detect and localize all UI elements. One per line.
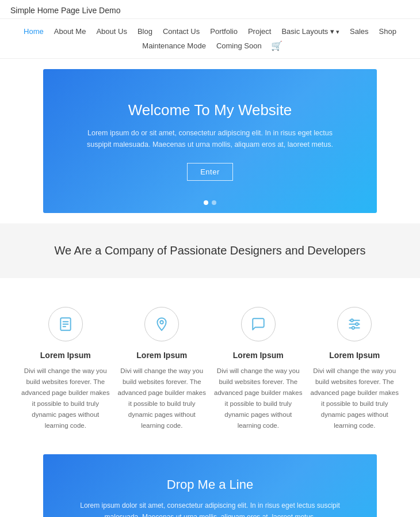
feature-1: Lorem Ipsum Divi will change the way you…	[20, 307, 112, 431]
svg-point-9	[356, 323, 358, 325]
nav-item-about-us[interactable]: About Us	[91, 25, 131, 38]
feature-2-desc: Divi will change the way you build websi…	[116, 366, 208, 431]
feature-3: Lorem Ipsum Divi will change the way you…	[212, 307, 304, 431]
nav-item-maintenance-mode[interactable]: Maintenance Mode	[138, 39, 211, 52]
feature-3-icon	[241, 307, 276, 341]
site-title: Simple Home Page Live Demo	[10, 6, 120, 15]
nav-item-basic-layouts[interactable]: Basic Layouts ▾	[277, 25, 344, 38]
nav-item-portfolio[interactable]: Portfolio	[205, 25, 242, 38]
nav-item-project[interactable]: Project	[243, 25, 276, 38]
feature-4: Lorem Ipsum Divi will change the way you…	[308, 307, 400, 431]
nav-item-home[interactable]: Home	[19, 25, 48, 38]
feature-2-icon	[144, 307, 179, 341]
nav-item-coming-soon[interactable]: Coming Soon	[212, 39, 266, 52]
cta-description: Lorem ipsum dolor sit amet, consectetur …	[78, 500, 342, 517]
cart-icon[interactable]: 🛒	[271, 40, 282, 51]
nav-item-blog[interactable]: Blog	[133, 25, 157, 38]
hero-section: Welcome To My Website Lorem ipsum do or …	[43, 69, 377, 213]
company-heading: We Are a Company of Passionate Designers…	[12, 244, 408, 257]
site-header: Simple Home Page Live Demo	[0, 0, 420, 19]
hero-description: Lorem ipsum do or sit amet, consectetur …	[86, 127, 334, 150]
feature-3-desc: Divi will change the way you build websi…	[212, 366, 304, 431]
nav-item-shop[interactable]: Shop	[375, 25, 401, 38]
feature-1-desc: Divi will change the way you build websi…	[20, 366, 112, 431]
nav-item-contact-us[interactable]: Contact Us	[158, 25, 204, 38]
feature-2-title: Lorem Ipsum	[136, 351, 187, 360]
nav-item-about-me[interactable]: About Me	[49, 25, 91, 38]
company-section: We Are a Company of Passionate Designers…	[0, 223, 420, 278]
hero-dots	[204, 200, 216, 205]
feature-4-desc: Divi will change the way you build websi…	[308, 366, 400, 431]
feature-4-title: Lorem Ipsum	[329, 351, 380, 360]
cta-title: Drop Me a Line	[78, 477, 342, 492]
hero-dot-1[interactable]	[204, 200, 208, 205]
enter-button[interactable]: Enter	[187, 163, 233, 181]
hero-title: Welcome To My Website	[128, 101, 292, 119]
hero-dot-2[interactable]	[212, 200, 216, 205]
feature-3-title: Lorem Ipsum	[233, 351, 284, 360]
svg-point-8	[351, 319, 353, 321]
svg-point-4	[161, 321, 163, 324]
feature-2: Lorem Ipsum Divi will change the way you…	[116, 307, 208, 431]
nav-item-sales[interactable]: Sales	[345, 25, 373, 38]
main-nav: Home About Me About Us Blog Contact Us P…	[0, 19, 420, 59]
feature-4-icon	[337, 307, 372, 341]
features-section: Lorem Ipsum Divi will change the way you…	[0, 278, 420, 454]
feature-1-icon	[48, 307, 83, 341]
feature-1-title: Lorem Ipsum	[40, 351, 91, 360]
svg-point-10	[352, 326, 354, 329]
cta-section: Drop Me a Line Lorem ipsum dolor sit ame…	[43, 454, 377, 517]
